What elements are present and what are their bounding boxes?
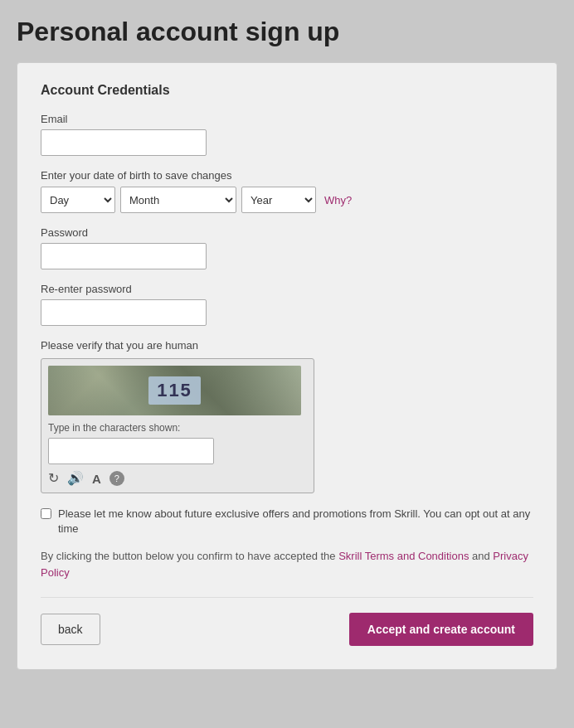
section-title: Account Credentials <box>41 83 533 98</box>
captcha-group: Please verify that you are human 115 Typ… <box>41 339 533 493</box>
email-label: Email <box>41 113 533 125</box>
captcha-input[interactable] <box>48 438 214 464</box>
why-link[interactable]: Why? <box>324 194 352 206</box>
captcha-section-label: Please verify that you are human <box>41 339 533 352</box>
signup-card: Account Credentials Email Enter your dat… <box>17 62 557 670</box>
email-input[interactable] <box>41 129 207 156</box>
dob-group: Enter your date of birth to save changes… <box>41 169 533 213</box>
terms-prefix: By clicking the button below you confirm… <box>41 550 338 562</box>
newsletter-row: Please let me know about future exclusiv… <box>41 507 533 536</box>
day-select[interactable]: Day 1234 5678 9101112 13141516 17181920 … <box>41 187 115 213</box>
dob-label: Enter your date of birth to save changes <box>41 169 533 182</box>
password-group: Password <box>41 226 533 269</box>
captcha-image-inner: 115 <box>48 366 301 415</box>
password-label: Password <box>41 226 533 239</box>
repassword-group: Re-enter password <box>41 283 533 326</box>
captcha-icons-row: ↻ 🔊 A ? <box>48 471 307 486</box>
footer-buttons: back Accept and create account <box>41 597 533 646</box>
repassword-label: Re-enter password <box>41 283 533 295</box>
password-input[interactable] <box>41 243 207 269</box>
repassword-input[interactable] <box>41 299 207 326</box>
captcha-text-button[interactable]: A <box>92 473 101 485</box>
captcha-chars-label: Type in the characters shown: <box>48 422 307 434</box>
page-title: Personal account sign up <box>17 17 557 47</box>
terms-link[interactable]: Skrill Terms and Conditions <box>338 550 469 562</box>
captcha-help-button[interactable]: ? <box>109 471 124 486</box>
back-button[interactable]: back <box>41 614 100 645</box>
dob-row: Day 1234 5678 9101112 13141516 17181920 … <box>41 187 533 213</box>
newsletter-label: Please let me know about future exclusiv… <box>58 507 533 536</box>
month-select[interactable]: Month JanuaryFebruaryMarch AprilMayJune … <box>120 187 236 213</box>
terms-text: By clicking the button below you confirm… <box>41 548 533 580</box>
captcha-text: 115 <box>148 376 201 405</box>
newsletter-checkbox[interactable] <box>41 508 51 519</box>
year-select[interactable]: Year <box>241 187 316 213</box>
captcha-audio-button[interactable]: 🔊 <box>67 472 84 485</box>
captcha-refresh-button[interactable]: ↻ <box>48 472 59 485</box>
email-group: Email <box>41 113 533 156</box>
captcha-box: 115 Type in the characters shown: ↻ 🔊 A … <box>41 358 314 493</box>
terms-middle: and <box>469 550 493 562</box>
captcha-image: 115 <box>48 366 301 415</box>
accept-button[interactable]: Accept and create account <box>349 613 533 646</box>
